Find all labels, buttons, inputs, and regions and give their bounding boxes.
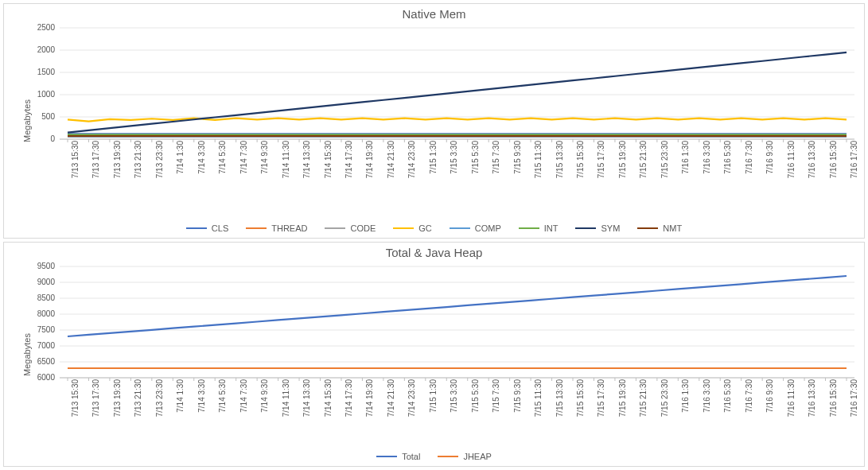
chart-y-axis-label: Megabytes	[22, 99, 32, 142]
x-tick-label: 7/15 11:30	[534, 141, 543, 178]
x-tick-label: 7/16 3:30	[703, 379, 711, 413]
x-tick-label: 7/16 13:30	[808, 141, 816, 178]
chart-svg: 05001000150020002500	[60, 28, 854, 139]
x-tick-label: 7/13 15:30	[71, 141, 80, 178]
x-tick-label: 7/14 11:30	[282, 141, 290, 178]
x-tick-label: 7/16 5:30	[723, 141, 732, 174]
chart-total-java-heap: Total & Java Heap Megabytes 600065007000…	[3, 242, 865, 467]
legend-label: GC	[418, 223, 432, 233]
x-tick-label: 7/15 21:30	[639, 141, 648, 178]
svg-text:9000: 9000	[37, 278, 56, 286]
legend-item-thread: THREAD	[246, 223, 307, 233]
x-tick-label: 7/16 17:30	[850, 379, 858, 417]
legend-label: COMP	[475, 223, 501, 233]
x-tick-label: 7/16 9:30	[765, 379, 774, 413]
svg-text:1500: 1500	[37, 68, 56, 76]
x-tick-label: 7/14 19:30	[365, 141, 374, 178]
x-tick-label: 7/13 23:30	[155, 379, 164, 417]
x-tick-label: 7/15 5:30	[471, 141, 480, 174]
svg-text:8500: 8500	[37, 293, 56, 302]
x-tick-label: 7/14 17:30	[344, 379, 353, 417]
svg-text:7500: 7500	[37, 325, 56, 334]
x-tick-label: 7/14 23:30	[407, 141, 416, 178]
x-tick-label: 7/14 1:30	[176, 141, 185, 174]
x-tick-label: 7/14 5:30	[218, 141, 227, 174]
legend-item-code: CODE	[325, 223, 376, 233]
x-tick-label: 7/14 15:30	[324, 141, 333, 178]
x-tick-label: 7/15 13:30	[555, 379, 564, 417]
legend-label: JHEAP	[463, 452, 491, 461]
x-tick-label: 7/16 3:30	[703, 141, 711, 174]
x-tick-label: 7/14 11:30	[282, 379, 290, 417]
x-tick-label: 7/15 23:30	[660, 141, 669, 178]
chart-title: Native Mem	[4, 4, 864, 25]
x-tick-label: 7/13 19:30	[113, 141, 122, 178]
legend-item-jheap: JHEAP	[438, 452, 491, 461]
legend-label: INT	[544, 223, 559, 233]
legend-item-nmt: NMT	[637, 223, 682, 233]
x-tick-label: 7/15 13:30	[555, 141, 564, 178]
legend-item-int: INT	[519, 223, 559, 233]
x-tick-label: 7/16 5:30	[723, 379, 732, 413]
chart-y-axis-label: Megabytes	[22, 333, 32, 376]
plot-area: 60006500700075008000850090009500	[60, 266, 854, 378]
chart-title: Total & Java Heap	[4, 243, 864, 263]
x-tick-label: 7/14 13:30	[302, 379, 311, 417]
legend-item-sym: SYM	[575, 223, 620, 233]
legend-item-total: Total	[376, 452, 420, 461]
x-tick-label: 7/14 9:30	[260, 141, 269, 174]
x-tick-label: 7/16 7:30	[745, 379, 753, 413]
series-total	[68, 276, 847, 336]
legend-swatch-icon	[325, 227, 345, 229]
x-tick-label: 7/13 23:30	[155, 141, 164, 178]
x-tick-label: 7/15 11:30	[534, 379, 543, 417]
x-tick-label: 7/16 1:30	[681, 141, 690, 174]
x-tick-label: 7/15 1:30	[429, 141, 438, 174]
legend-item-comp: COMP	[450, 223, 501, 233]
x-tick-label: 7/14 13:30	[302, 141, 311, 178]
svg-text:500: 500	[41, 112, 55, 121]
x-tick-label: 7/13 21:30	[134, 141, 142, 178]
x-tick-label: 7/15 1:30	[429, 379, 438, 413]
chart-legend: CLSTHREADCODEGCCOMPINTSYMNMT	[4, 223, 864, 233]
x-tick-label: 7/16 11:30	[787, 141, 796, 178]
svg-text:6000: 6000	[37, 373, 56, 382]
x-tick-label: 7/13 19:30	[113, 379, 122, 417]
x-tick-label: 7/14 3:30	[197, 379, 206, 413]
x-tick-label: 7/14 15:30	[324, 379, 333, 417]
legend-label: CODE	[350, 223, 376, 233]
x-tick-label: 7/15 17:30	[597, 141, 605, 178]
x-tick-label: 7/15 3:30	[450, 141, 458, 174]
x-tick-label: 7/16 15:30	[829, 379, 838, 417]
x-tick-label: 7/14 19:30	[365, 379, 374, 417]
x-tick-label: 7/15 15:30	[576, 141, 585, 178]
x-axis-ticks: 7/13 15:307/13 17:307/13 19:307/13 21:30…	[60, 141, 854, 196]
legend-item-cls: CLS	[186, 223, 228, 233]
x-tick-label: 7/16 1:30	[681, 379, 690, 413]
x-tick-label: 7/16 9:30	[765, 141, 774, 174]
x-tick-label: 7/14 21:30	[387, 141, 395, 178]
svg-text:0: 0	[50, 134, 55, 143]
legend-swatch-icon	[393, 227, 414, 229]
legend-swatch-icon	[450, 227, 470, 229]
x-tick-label: 7/13 17:30	[91, 141, 100, 178]
series-sym	[68, 52, 847, 133]
x-tick-label: 7/15 9:30	[513, 141, 522, 174]
svg-text:7000: 7000	[37, 341, 56, 350]
legend-label: NMT	[663, 223, 682, 233]
svg-text:2500: 2500	[37, 23, 56, 32]
svg-text:8000: 8000	[37, 309, 56, 318]
legend-swatch-icon	[376, 456, 397, 457]
x-tick-label: 7/15 23:30	[660, 379, 669, 417]
x-tick-label: 7/14 7:30	[239, 141, 248, 174]
legend-label: SYM	[601, 223, 620, 233]
x-tick-label: 7/15 19:30	[618, 379, 627, 417]
x-tick-label: 7/13 21:30	[134, 379, 142, 417]
x-tick-label: 7/15 21:30	[639, 379, 648, 417]
x-tick-label: 7/15 9:30	[513, 379, 522, 413]
x-tick-label: 7/15 17:30	[597, 379, 605, 417]
legend-swatch-icon	[186, 227, 207, 229]
legend-label: THREAD	[271, 223, 307, 233]
chart-legend: TotalJHEAP	[4, 452, 864, 461]
x-tick-label: 7/15 19:30	[618, 141, 627, 178]
